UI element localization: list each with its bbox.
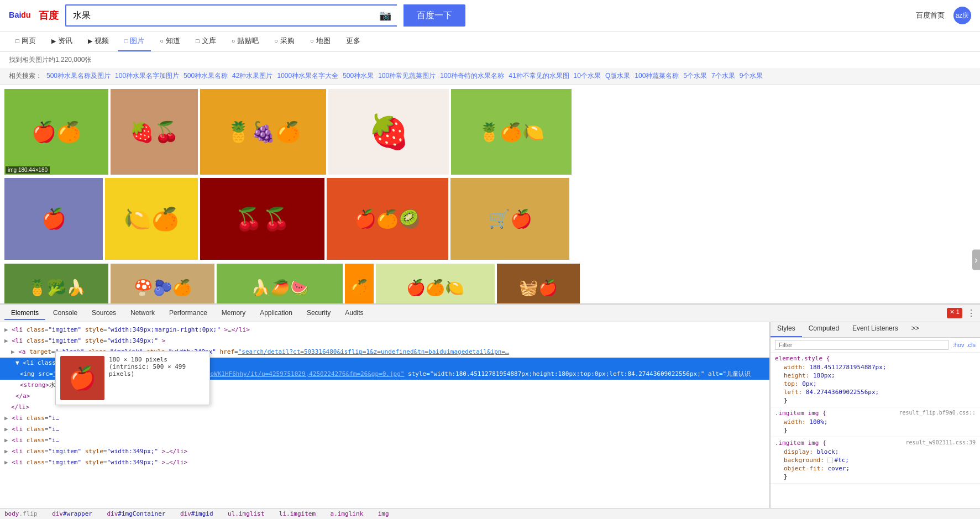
search-bar: 📷 [65,4,397,27]
img-size-badge: img 180.44×180 [6,166,50,174]
devtools-tab-sources[interactable]: Sources [85,307,123,317]
tab-news[interactable]: ▶资讯 [45,32,79,51]
devtools-tab-application[interactable]: Application [253,307,299,317]
header-right: 百度首页 az庆 [916,7,971,24]
tab-zhidao[interactable]: ○知道 [153,32,187,51]
related-link[interactable]: 500种水果名称 [184,71,228,81]
homepage-link[interactable]: 百度首页 [916,11,945,20]
devtools-tab-security[interactable]: Security [300,307,337,317]
devtools-toolbar: Elements Console Sources Network Perform… [0,305,980,317]
related-link[interactable]: Q版水果 [605,71,630,81]
scroll-hint[interactable]: › [972,249,980,270]
devtools-tab-performance[interactable]: Performance [163,307,214,317]
related-link[interactable]: 100种蔬菜名称 [635,71,679,81]
tab-more[interactable]: 更多 [339,32,367,51]
image-item-5[interactable]: 🍍🍊🍋 [451,89,572,175]
svg-text:du: du [21,11,31,19]
devtools-tab-network[interactable]: Network [124,307,161,317]
related-link[interactable]: 500种水果名称及图片 [46,71,111,81]
image-grid: 🍎🍊 img 180.44×180 🍓🍒 🍍🍇🍊 🍓 🍍🍊🍋 🍎 🍋🍊 🍒🍒 � [0,85,980,317]
devtools-error-badge: ✕ 1 [947,308,962,317]
tab-webpage[interactable]: □网页 [9,32,43,51]
image-item-9[interactable]: 🍎🍊🥝 [327,178,448,260]
related-label: 相关搜索： [9,71,42,81]
nav-tabs: □网页 ▶资讯 ▶视频 □图片 ○知道 □文库 ○贴贴吧 ○采购 ○地图 更多 [0,32,980,52]
image-item-3[interactable]: 🍍🍇🍊 [200,89,326,175]
image-item-2[interactable]: 🍓🍒 [111,89,198,175]
devtools-panel: Elements Console Sources Network Perform… [0,303,980,317]
image-item-10[interactable]: 🛒🍎 [450,178,569,260]
related-link[interactable]: 100种水果名字加图片 [115,71,179,81]
related-link[interactable]: 100种奇特的水果名称 [440,71,504,81]
camera-icon[interactable]: 📷 [374,9,397,22]
related-link[interactable]: 42种水果图片 [232,71,272,81]
devtools-tab-memory[interactable]: Memory [215,307,252,317]
image-item-8[interactable]: 🍒🍒 [200,178,324,260]
devtools-menu-icon[interactable]: ⋮ [967,308,976,317]
search-button[interactable]: 百度一下 [403,4,465,27]
related-link[interactable]: 9个水果 [740,71,763,81]
related-link[interactable]: 7个水果 [711,71,735,81]
tab-map[interactable]: ○地图 [303,32,337,51]
devtools-tab-elements[interactable]: Elements [4,307,45,317]
result-count: 找到相关图片约1,220,000张 [0,52,980,68]
search-input[interactable] [66,6,374,25]
avatar[interactable]: az庆 [953,7,971,24]
tab-video[interactable]: ▶视频 [81,32,116,51]
related-link[interactable]: 41种不常见的水果图 [509,71,569,81]
image-item-7[interactable]: 🍋🍊 [105,178,198,260]
related-link[interactable]: 100种常见蔬菜图片 [378,71,436,81]
devtools-icons: ✕ 1 ⋮ [947,308,976,317]
related-link[interactable]: 1000种水果名字大全 [277,71,338,81]
related-link[interactable]: 500种水果 [343,71,374,81]
tab-wenku[interactable]: □文库 [189,32,223,51]
related-searches: 相关搜索： 500种水果名称及图片 100种水果名字加图片 500种水果名称 4… [0,68,980,85]
header: Bai du 百度 📷 百度一下 百度首页 az庆 [0,0,980,32]
devtools-tab-console[interactable]: Console [46,307,84,317]
baidu-logo: Bai du 百度 [9,7,59,24]
tab-tieba[interactable]: ○贴贴吧 [225,32,266,51]
related-link[interactable]: 5个水果 [683,71,707,81]
image-item-6[interactable]: 🍎 [4,178,103,260]
devtools-tab-audits[interactable]: Audits [338,307,370,317]
tab-images[interactable]: □图片 [118,32,151,51]
image-item-1[interactable]: 🍎🍊 img 180.44×180 [4,89,108,175]
related-link[interactable]: 10个水果 [574,71,601,81]
tab-caigou[interactable]: ○采购 [268,32,301,51]
image-item-4[interactable]: 🍓 [328,89,449,175]
svg-text:Bai: Bai [9,11,21,19]
